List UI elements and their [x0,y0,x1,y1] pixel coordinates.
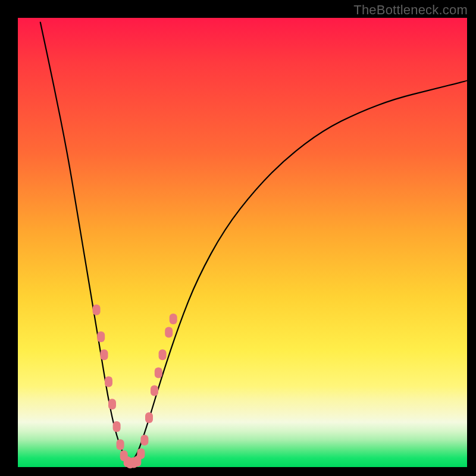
curve-marker [165,327,173,338]
curve-marker [155,368,162,378]
curve-layer [40,23,467,462]
chart-plot-area [18,18,467,467]
curve-marker [108,399,116,409]
curve-marker [117,439,124,450]
curve-marker [140,435,148,446]
curve-marker [113,421,121,432]
curve-marker [97,331,105,342]
watermark-text: TheBottleneck.com [353,2,468,18]
curve-marker [145,412,153,423]
chart-frame: TheBottleneck.com [0,0,476,476]
marker-layer [93,305,177,468]
curve-marker [101,349,108,360]
curve-marker [105,377,112,387]
curve-marker [93,305,101,315]
curve-marker [170,314,177,324]
bottleneck-curve [40,23,467,462]
curve-marker [159,349,167,360]
chart-svg [18,18,467,467]
curve-marker [137,448,145,459]
curve-marker [151,386,158,396]
